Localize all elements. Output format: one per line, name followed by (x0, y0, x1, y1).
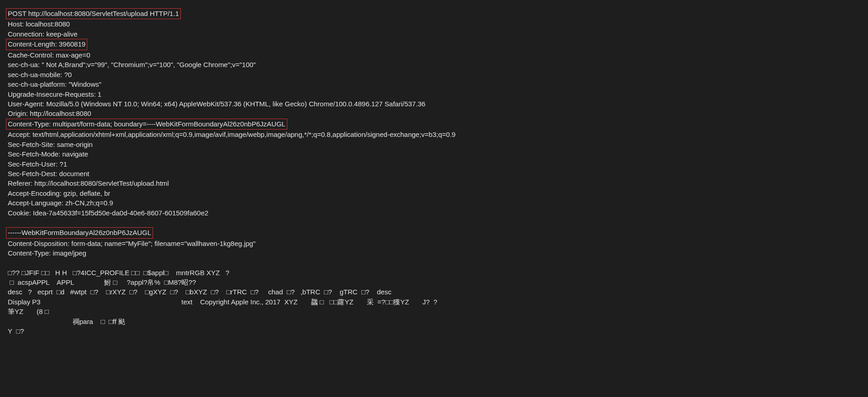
http-header: sec-ch-ua: " Not A;Brand";v="99", "Chrom… (8, 60, 860, 69)
http-header: Cache-Control: max-age=0 (8, 50, 860, 60)
multipart-disposition: Content-Disposition: form-data; name="My… (8, 239, 860, 248)
http-header: Origin: http://localhost:8080 (8, 109, 860, 118)
http-header: Upgrade-Insecure-Requests: 1 (8, 89, 860, 99)
binary-data: □ acspAPPL APPL 鮒 □ ?appl?帛% □M8?昭?? (8, 277, 860, 287)
http-header-content-type: Content-Type: multipart/form-data; bound… (8, 119, 860, 130)
binary-data: desc ? ecprt □d #wtpt □? □rXYZ □? □gXYZ … (8, 287, 860, 297)
blank-line (8, 258, 860, 268)
http-request-line: POST http://localhost:8080/ServletTest/u… (8, 8, 860, 19)
http-header: Cookie: Idea-7a45633f=15f5d50e-da0d-40e6… (8, 208, 860, 218)
http-header: Accept-Encoding: gzip, deflate, br (8, 188, 860, 198)
http-header: Sec-Fetch-Site: same-origin (8, 140, 860, 149)
multipart-boundary: ------WebKitFormBoundaryAl26z0nbP6JzAUGL (8, 227, 860, 238)
binary-data: 筆YZ (8 □ (8, 307, 860, 316)
http-header: User-Agent: Mozilla/5.0 (Windows NT 10.0… (8, 99, 860, 109)
binary-data: Display P3 text Copyright Apple Inc., 20… (8, 297, 860, 307)
http-header: Connection: keep-alive (8, 29, 860, 39)
binary-data: Y □? (8, 326, 860, 336)
http-header: Sec-Fetch-Dest: document (8, 169, 860, 178)
http-header: sec-ch-ua-mobile: ?0 (8, 70, 860, 79)
multipart-content-type: Content-Type: image/jpeg (8, 248, 860, 258)
http-header: Accept-Language: zh-CN,zh;q=0.9 (8, 198, 860, 208)
binary-data: □?? □JFIF □□ H H □?4ICC_PROFILE □□ □$app… (8, 268, 860, 277)
blank-line (8, 218, 860, 227)
http-header: Referer: http://localhost:8080/ServletTe… (8, 178, 860, 188)
http-header: Host: localhost:8080 (8, 19, 860, 29)
http-header: sec-ch-ua-platform: "Windows" (8, 79, 860, 89)
http-header: Sec-Fetch-User: ?1 (8, 159, 860, 169)
http-header-content-length: Content-Length: 3960819 (8, 39, 860, 50)
http-header: Accept: text/html,application/xhtml+xml,… (8, 130, 860, 139)
binary-data: 禂para □ □ff 颫 (8, 317, 860, 326)
http-header: Sec-Fetch-Mode: navigate (8, 149, 860, 159)
